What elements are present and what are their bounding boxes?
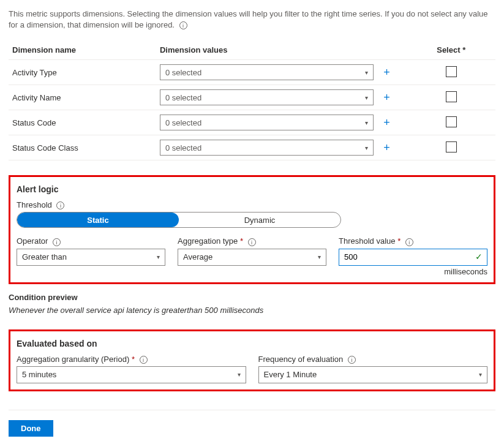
operator-select[interactable]: Greater than ▾	[17, 249, 165, 266]
plus-icon[interactable]: +	[381, 91, 393, 103]
done-button[interactable]: Done	[9, 420, 53, 437]
condition-preview-text: Whenever the overall service api latency…	[9, 306, 495, 315]
intro-text: This metric supports dimensions. Selecti…	[9, 9, 495, 31]
check-icon: ✓	[475, 252, 483, 262]
threshold-unit: milliseconds	[339, 267, 487, 276]
dimension-name: Activity Name	[9, 85, 156, 110]
chevron-down-icon: ▾	[318, 254, 321, 260]
frequency-select[interactable]: Every 1 Minute ▾	[258, 366, 488, 383]
info-icon[interactable]: i	[53, 238, 61, 246]
select-checkbox[interactable]	[446, 116, 457, 127]
table-row: Activity Type0 selected▾+	[9, 60, 495, 85]
info-icon[interactable]: i	[140, 356, 148, 364]
plus-icon[interactable]: +	[381, 66, 393, 78]
info-icon[interactable]: i	[248, 238, 256, 246]
operator-label: Operator i	[17, 236, 165, 246]
threshold-toggle[interactable]: Static Dynamic	[17, 212, 341, 228]
evaluated-section: Evaluated based on Aggregation granulari…	[9, 329, 495, 391]
granularity-label: Aggregation granularity (Period) * i	[17, 355, 246, 364]
col-dimension-name: Dimension name	[9, 39, 156, 60]
divider	[9, 410, 495, 410]
toggle-dynamic[interactable]: Dynamic	[179, 213, 340, 227]
threshold-value-input[interactable]	[339, 249, 487, 266]
info-icon[interactable]: i	[56, 201, 64, 209]
select-checkbox[interactable]	[446, 66, 457, 77]
granularity-select[interactable]: 5 minutes ▾	[17, 366, 246, 383]
info-icon[interactable]: i	[348, 356, 356, 364]
chevron-down-icon: ▾	[479, 371, 482, 378]
table-row: Status Code0 selected▾+	[9, 110, 495, 135]
threshold-label: Threshold i	[17, 200, 487, 209]
chevron-down-icon: ▾	[365, 119, 368, 126]
frequency-label: Frequency of evaluation i	[258, 355, 488, 364]
aggregation-label: Aggregation type * i	[178, 236, 326, 246]
dimensions-table: Dimension name Dimension values Select *…	[9, 39, 495, 160]
table-row: Activity Name0 selected▾+	[9, 85, 495, 110]
chevron-down-icon: ▾	[238, 371, 241, 378]
col-dimension-values: Dimension values	[156, 39, 377, 60]
alert-logic-section: Alert logic Threshold i Static Dynamic O…	[9, 175, 495, 284]
dimension-values-select[interactable]: 0 selected▾	[160, 89, 374, 105]
plus-icon[interactable]: +	[381, 141, 393, 154]
dimension-name: Status Code	[9, 110, 156, 135]
table-row: Status Code Class0 selected▾+	[9, 135, 495, 160]
col-select: Select *	[407, 39, 495, 60]
chevron-down-icon: ▾	[365, 145, 368, 151]
select-checkbox[interactable]	[446, 91, 457, 102]
evaluated-title: Evaluated based on	[17, 339, 487, 348]
chevron-down-icon: ▾	[157, 254, 160, 260]
alert-logic-title: Alert logic	[17, 184, 487, 194]
plus-icon[interactable]: +	[381, 116, 393, 129]
dimension-name: Activity Type	[9, 60, 156, 85]
condition-preview: Condition preview Whenever the overall s…	[9, 293, 495, 315]
info-icon[interactable]: i	[405, 238, 413, 246]
dimension-name: Status Code Class	[9, 135, 156, 160]
dimension-values-select[interactable]: 0 selected▾	[160, 64, 374, 80]
select-checkbox[interactable]	[446, 141, 457, 152]
dimension-values-select[interactable]: 0 selected▾	[160, 115, 374, 130]
threshold-value-label: Threshold value * i	[339, 236, 487, 246]
info-icon[interactable]: i	[179, 21, 187, 29]
toggle-static[interactable]: Static	[17, 213, 179, 227]
condition-preview-label: Condition preview	[9, 293, 495, 302]
chevron-down-icon: ▾	[365, 69, 368, 76]
dimension-values-select[interactable]: 0 selected▾	[160, 140, 374, 156]
chevron-down-icon: ▾	[365, 94, 368, 101]
aggregation-select[interactable]: Average ▾	[178, 249, 326, 266]
